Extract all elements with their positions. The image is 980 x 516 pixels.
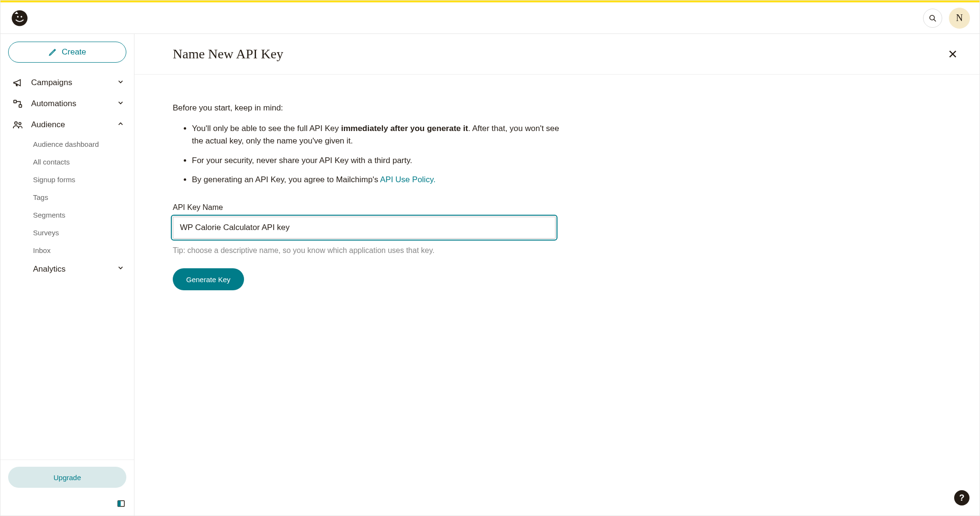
help-button[interactable]: ?: [954, 490, 969, 505]
svg-point-0: [12, 10, 28, 26]
audience-subitems: Audience dashboard All contacts Signup f…: [0, 135, 134, 259]
collapse-sidebar-button[interactable]: [117, 499, 126, 509]
intro-text: Before you start, keep in mind:: [173, 103, 594, 113]
api-use-policy-link[interactable]: API Use Policy.: [380, 175, 435, 184]
main-header: Name New API Key: [134, 34, 980, 75]
svg-rect-10: [118, 501, 121, 506]
topbar-right: N: [923, 8, 970, 29]
panel-icon: [117, 499, 125, 508]
info-bullets: You'll only be able to see the full API …: [173, 122, 594, 186]
svg-line-4: [934, 19, 936, 21]
avatar[interactable]: N: [949, 8, 970, 29]
sidebar-item-analytics[interactable]: Analytics: [0, 259, 134, 279]
sidebar-subitem-surveys[interactable]: Surveys: [33, 224, 134, 242]
mailchimp-logo[interactable]: [10, 9, 29, 28]
generate-key-button[interactable]: Generate Key: [173, 268, 244, 290]
app-root: N Create: [0, 0, 980, 516]
sidebar-item-campaigns[interactable]: Campaigns: [0, 72, 134, 93]
topbar: N: [0, 2, 980, 34]
freddie-logo-icon: [11, 10, 28, 27]
sidebar-item-label: Audience: [31, 120, 65, 130]
svg-point-3: [930, 15, 935, 20]
avatar-initial: N: [956, 12, 963, 23]
sidebar-item-label: Analytics: [33, 264, 66, 274]
bullet-item: By generating an API Key, you agree to M…: [192, 174, 565, 186]
sidebar-item-label: Campaigns: [31, 78, 72, 88]
chevron-down-icon: [117, 78, 124, 88]
bullet-item: You'll only be able to see the full API …: [192, 122, 565, 148]
sidebar-subitem-signup-forms[interactable]: Signup forms: [33, 171, 134, 188]
chevron-down-icon: [117, 264, 124, 274]
api-key-name-label: API Key Name: [173, 203, 594, 212]
api-key-name-input[interactable]: [173, 217, 556, 239]
tip-text: Tip: choose a descriptive name, so you k…: [173, 246, 594, 255]
bullet-item: For your security, never share your API …: [192, 154, 565, 167]
svg-point-1: [17, 16, 19, 17]
sidebar-subitem-inbox[interactable]: Inbox: [33, 242, 134, 259]
close-button[interactable]: [945, 46, 960, 62]
sidebar-subitem-segments[interactable]: Segments: [33, 206, 134, 224]
bullet-text: You'll only be able to see the full API …: [192, 124, 341, 133]
create-button-label: Create: [62, 47, 86, 57]
svg-rect-5: [14, 100, 17, 103]
bullet-strong: immediately after you generate it: [341, 124, 468, 133]
help-icon: ?: [959, 493, 965, 503]
page-title: Name New API Key: [173, 46, 283, 62]
sidebar-bottom: [0, 494, 134, 516]
megaphone-icon: [12, 77, 23, 88]
sidebar-subitem-audience-dashboard[interactable]: Audience dashboard: [33, 135, 134, 153]
create-button[interactable]: Create: [8, 42, 126, 63]
sidebar: Create Campaigns: [0, 34, 134, 516]
main-content: Before you start, keep in mind: You'll o…: [173, 75, 594, 290]
nav-scroll: Campaigns Automations: [0, 70, 134, 460]
sidebar-item-label: Automations: [31, 99, 77, 109]
close-icon: [947, 49, 958, 59]
body: Create Campaigns: [0, 34, 980, 516]
audience-icon: [12, 119, 23, 131]
search-icon: [928, 14, 937, 22]
upgrade-button[interactable]: Upgrade: [8, 467, 126, 488]
svg-point-7: [15, 122, 17, 125]
automations-icon: [12, 98, 23, 110]
main: Name New API Key Before you start, keep …: [134, 34, 980, 516]
pencil-icon: [48, 48, 57, 56]
bullet-text: By generating an API Key, you agree to M…: [192, 175, 380, 184]
sidebar-item-audience[interactable]: Audience: [0, 114, 134, 135]
sidebar-item-automations[interactable]: Automations: [0, 93, 134, 114]
sidebar-subitem-tags[interactable]: Tags: [33, 188, 134, 206]
sidebar-subitem-all-contacts[interactable]: All contacts: [33, 153, 134, 171]
search-button[interactable]: [923, 9, 942, 28]
svg-point-8: [19, 122, 21, 125]
svg-point-2: [21, 16, 22, 17]
chevron-up-icon: [117, 120, 124, 130]
chevron-down-icon: [117, 99, 124, 109]
sidebar-footer: Upgrade: [0, 460, 134, 494]
svg-rect-6: [19, 105, 22, 108]
